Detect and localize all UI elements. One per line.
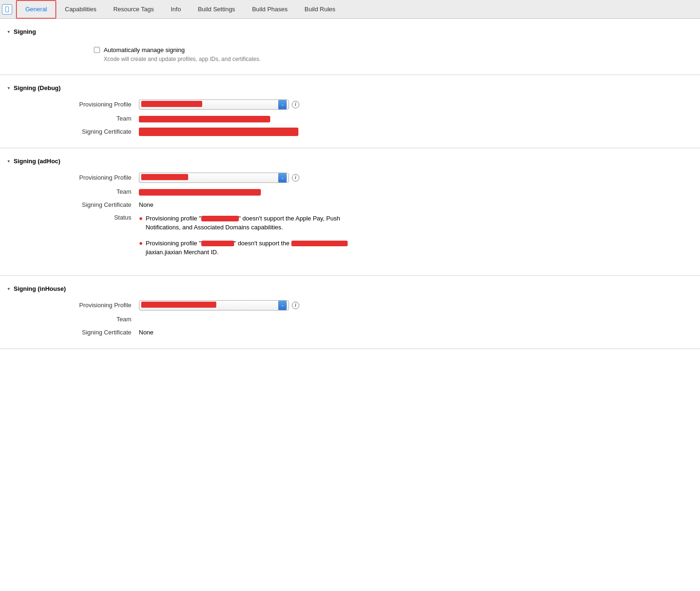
redacted-status1 bbox=[201, 216, 239, 221]
section-signing-adhoc-header[interactable]: ▾ Signing (adHoc) bbox=[0, 156, 700, 170]
adhoc-cert-value: None bbox=[139, 201, 692, 208]
inhouse-cert-label: Signing Certificate bbox=[8, 329, 139, 336]
chevron-down-icon: ▾ bbox=[8, 29, 10, 34]
debug-provisioning-info-button[interactable]: i bbox=[292, 101, 299, 108]
debug-provisioning-label: Provisioning Profile bbox=[8, 101, 139, 108]
adhoc-status-text-1: Provisioning profile "" doesn't support … bbox=[145, 214, 361, 232]
section-signing-header[interactable]: ▾ Signing bbox=[0, 26, 700, 41]
tab-capabilities[interactable]: Capabilities bbox=[56, 0, 105, 19]
tab-build-phases[interactable]: Build Phases bbox=[243, 0, 296, 19]
inhouse-team-row: Team bbox=[0, 313, 700, 326]
chevron-icon: ⌄ bbox=[281, 102, 284, 106]
inhouse-provisioning-arrow[interactable]: ⌄ bbox=[278, 301, 287, 310]
debug-cert-row: Signing Certificate bbox=[0, 125, 700, 138]
adhoc-team-value bbox=[139, 188, 692, 196]
inhouse-provisioning-dropdown[interactable]: ⌄ bbox=[139, 300, 289, 311]
tab-build-rules[interactable]: Build Rules bbox=[296, 0, 344, 19]
adhoc-status-messages: ● Provisioning profile "" doesn't suppor… bbox=[139, 214, 692, 264]
debug-team-row: Team bbox=[0, 112, 700, 125]
redacted-status2b bbox=[291, 241, 348, 246]
adhoc-status-label: Status bbox=[8, 214, 139, 221]
main-content: ▾ Signing Automatically manage signing X… bbox=[0, 19, 700, 349]
sidebar-toggle-area bbox=[2, 4, 12, 15]
debug-provisioning-arrow[interactable]: ⌄ bbox=[278, 100, 287, 109]
redacted-status2a bbox=[201, 241, 234, 246]
sidebar-toggle-button[interactable] bbox=[2, 4, 12, 15]
debug-provisioning-dropdown[interactable]: ⌄ bbox=[139, 99, 289, 110]
chevron-icon: ⌄ bbox=[281, 303, 284, 307]
adhoc-provisioning-label: Provisioning Profile bbox=[8, 174, 139, 181]
adhoc-team-label: Team bbox=[8, 188, 139, 195]
chevron-down-icon-inhouse: ▾ bbox=[8, 286, 10, 291]
tab-build-settings[interactable]: Build Settings bbox=[190, 0, 244, 19]
inhouse-cert-value: None bbox=[139, 329, 692, 336]
section-signing-inhouse: ▾ Signing (inHouse) Provisioning Profile… bbox=[0, 276, 700, 349]
section-signing-adhoc-title: Signing (adHoc) bbox=[14, 158, 61, 165]
adhoc-cert-label: Signing Certificate bbox=[8, 201, 139, 208]
inhouse-provisioning-info-button[interactable]: i bbox=[292, 302, 299, 309]
redacted-provisioning-inhouse bbox=[141, 302, 216, 308]
adhoc-status-text-2: Provisioning profile "" doesn't support … bbox=[145, 239, 361, 257]
debug-team-label: Team bbox=[8, 115, 139, 122]
redacted-provisioning-adhoc bbox=[141, 174, 188, 180]
debug-cert-label: Signing Certificate bbox=[8, 128, 139, 135]
auto-signing-label: Automatically manage signing bbox=[104, 46, 261, 53]
section-signing: ▾ Signing Automatically manage signing X… bbox=[0, 19, 700, 75]
auto-signing-checkbox[interactable] bbox=[94, 47, 100, 53]
debug-provisioning-dropdown-text bbox=[141, 101, 278, 108]
adhoc-team-row: Team bbox=[0, 185, 700, 198]
error-icon-1: ● bbox=[139, 214, 143, 222]
debug-provisioning-value: ⌄ i bbox=[139, 99, 692, 110]
inhouse-cert-row: Signing Certificate None bbox=[0, 326, 700, 339]
section-signing-debug-title: Signing (Debug) bbox=[14, 84, 61, 91]
debug-team-value bbox=[139, 115, 692, 122]
adhoc-provisioning-arrow[interactable]: ⌄ bbox=[278, 173, 287, 182]
section-signing-title: Signing bbox=[14, 28, 36, 35]
redacted-team-adhoc bbox=[139, 189, 261, 196]
section-signing-debug-header[interactable]: ▾ Signing (Debug) bbox=[0, 83, 700, 97]
redacted-cert-debug bbox=[139, 128, 298, 136]
inhouse-provisioning-value: ⌄ i bbox=[139, 300, 692, 311]
inhouse-team-label: Team bbox=[8, 316, 139, 323]
sidebar-icon bbox=[5, 7, 9, 12]
chevron-icon: ⌄ bbox=[281, 175, 284, 180]
error-icon-2: ● bbox=[139, 239, 143, 247]
inhouse-provisioning-label: Provisioning Profile bbox=[8, 302, 139, 309]
adhoc-provisioning-dropdown-text bbox=[141, 174, 278, 182]
section-signing-debug: ▾ Signing (Debug) Provisioning Profile ⌄ bbox=[0, 75, 700, 148]
auto-signing-sublabel: Xcode will create and update profiles, a… bbox=[104, 55, 261, 63]
adhoc-status-message-1: ● Provisioning profile "" doesn't suppor… bbox=[139, 214, 692, 232]
adhoc-status-row: Status ● Provisioning profile "" doesn't… bbox=[0, 212, 700, 266]
adhoc-provisioning-value: ⌄ i bbox=[139, 173, 692, 183]
adhoc-provisioning-row: Provisioning Profile ⌄ i bbox=[0, 170, 700, 185]
section-signing-adhoc: ▾ Signing (adHoc) Provisioning Profile ⌄ bbox=[0, 148, 700, 276]
tab-info[interactable]: Info bbox=[162, 0, 190, 19]
debug-provisioning-row: Provisioning Profile ⌄ i bbox=[0, 97, 700, 112]
adhoc-status-message-2: ● Provisioning profile "" doesn't suppor… bbox=[139, 239, 692, 257]
adhoc-cert-row: Signing Certificate None bbox=[0, 198, 700, 212]
inhouse-provisioning-dropdown-text bbox=[141, 302, 278, 309]
chevron-down-icon-adhoc: ▾ bbox=[8, 159, 10, 164]
debug-cert-value bbox=[139, 128, 692, 136]
adhoc-provisioning-info-button[interactable]: i bbox=[292, 174, 299, 182]
tab-bar: General Capabilities Resource Tags Info … bbox=[0, 0, 700, 19]
adhoc-provisioning-dropdown[interactable]: ⌄ bbox=[139, 173, 289, 183]
redacted-provisioning-debug bbox=[141, 101, 202, 107]
tab-general[interactable]: General bbox=[16, 0, 56, 19]
redacted-team-debug bbox=[139, 116, 270, 122]
tab-resource-tags[interactable]: Resource Tags bbox=[105, 0, 162, 19]
section-signing-inhouse-title: Signing (inHouse) bbox=[14, 285, 66, 292]
chevron-down-icon-debug: ▾ bbox=[8, 85, 10, 91]
auto-signing-row: Automatically manage signing Xcode will … bbox=[0, 41, 700, 65]
section-signing-inhouse-header[interactable]: ▾ Signing (inHouse) bbox=[0, 283, 700, 298]
inhouse-provisioning-row: Provisioning Profile ⌄ i bbox=[0, 298, 700, 313]
